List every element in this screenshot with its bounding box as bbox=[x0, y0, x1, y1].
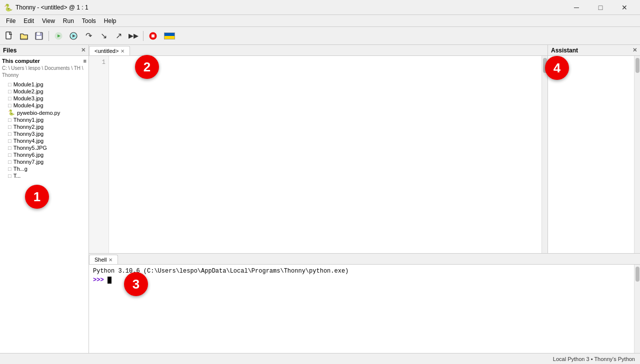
assistant-label: Assistant bbox=[551, 47, 578, 54]
close-button[interactable]: ✕ bbox=[613, 0, 636, 15]
maximize-button[interactable]: □ bbox=[589, 0, 612, 15]
tab-untitled[interactable]: <untitled> ✕ bbox=[89, 46, 130, 55]
svg-rect-0 bbox=[6, 32, 11, 39]
status-text: Local Python 3 • Thonny's Python bbox=[553, 356, 635, 362]
files-location-text: This computer bbox=[2, 58, 40, 64]
step-over-button[interactable]: ↷ bbox=[82, 29, 96, 43]
list-item[interactable]: □ Thonny5.JPG bbox=[0, 144, 88, 151]
menu-help[interactable]: Help bbox=[100, 16, 120, 25]
shell-scrollbar[interactable] bbox=[634, 265, 640, 353]
shell-tab-label: Shell bbox=[94, 257, 106, 263]
list-item[interactable]: □ Module1.jpg bbox=[0, 81, 88, 88]
list-item[interactable]: □ Thonny3.jpg bbox=[0, 130, 88, 137]
python-file-icon: 🐍 bbox=[8, 109, 15, 116]
file-icon: □ bbox=[8, 138, 12, 144]
editor-scrollbar-thumb bbox=[543, 58, 547, 73]
files-panel-close[interactable]: ✕ bbox=[81, 47, 86, 53]
line-numbers: 1 bbox=[89, 56, 109, 253]
status-bar: Local Python 3 • Thonny's Python bbox=[0, 353, 640, 364]
list-item[interactable]: □ Thonny7.jpg bbox=[0, 158, 88, 165]
shell-prompt: >>> bbox=[93, 277, 104, 284]
ukraine-flag-button[interactable] bbox=[164, 32, 175, 39]
files-location-menu[interactable]: ≡ bbox=[84, 58, 86, 64]
editor-scrollbar[interactable] bbox=[542, 56, 548, 253]
list-item[interactable]: □ Thonny6.jpg bbox=[0, 151, 88, 158]
list-item[interactable]: □ Thonny1.jpg bbox=[0, 116, 88, 123]
code-editor[interactable] bbox=[109, 56, 542, 253]
menu-edit[interactable]: Edit bbox=[20, 16, 38, 25]
list-item[interactable]: □ T... bbox=[0, 172, 88, 179]
list-item[interactable]: 🐍 pywebio-demo.py bbox=[0, 109, 88, 116]
assistant-panel-close[interactable]: ✕ bbox=[632, 47, 637, 53]
resume-button[interactable]: ▶▶ bbox=[126, 29, 140, 43]
file-name: Thonny7.jpg bbox=[14, 159, 44, 165]
menu-run[interactable]: Run bbox=[59, 16, 78, 25]
file-icon: □ bbox=[8, 131, 12, 137]
list-item[interactable]: □ Thonny4.jpg bbox=[0, 137, 88, 144]
line-number-1: 1 bbox=[89, 58, 106, 67]
open-file-button[interactable] bbox=[17, 29, 31, 43]
menu-bar: File Edit View Run Tools Help bbox=[0, 15, 640, 27]
file-icon: □ bbox=[8, 152, 12, 158]
file-name: Module4.jpg bbox=[14, 102, 44, 108]
right-side: <untitled> ✕ 1 Assistant bbox=[89, 45, 640, 353]
save-file-button[interactable] bbox=[32, 29, 46, 43]
stop-button[interactable] bbox=[146, 29, 160, 43]
debug-button[interactable] bbox=[66, 29, 80, 43]
file-icon: □ bbox=[8, 95, 12, 101]
file-icon: □ bbox=[8, 166, 12, 172]
tab-close-button[interactable]: ✕ bbox=[120, 48, 124, 54]
shell-python-info: Python 3.10.6 (C:\Users\lespo\AppData\Lo… bbox=[93, 268, 630, 275]
file-name: Th...g bbox=[14, 166, 28, 172]
files-tree[interactable]: This computer ≡ C: \ Users \ lespo \ Doc… bbox=[0, 56, 88, 353]
svg-rect-9 bbox=[152, 34, 154, 37]
file-icon: □ bbox=[8, 88, 12, 94]
toolbar-separator-2 bbox=[143, 31, 144, 41]
minimize-button[interactable]: ─ bbox=[565, 0, 588, 15]
menu-view[interactable]: View bbox=[38, 16, 59, 25]
file-name: Thonny3.jpg bbox=[14, 131, 44, 137]
shell-panel: Shell ✕ Python 3.10.6 (C:\Users\lespo\Ap… bbox=[89, 253, 640, 353]
svg-rect-2 bbox=[37, 32, 40, 35]
shell-tab-close[interactable]: ✕ bbox=[108, 257, 112, 263]
menu-file[interactable]: File bbox=[2, 16, 20, 25]
file-name: Module1.jpg bbox=[14, 81, 44, 87]
main-layout: Files ✕ This computer ≡ C: \ Users \ les… bbox=[0, 45, 640, 353]
run-button[interactable] bbox=[52, 29, 66, 43]
assistant-scrollbar[interactable] bbox=[634, 56, 640, 253]
assistant-panel-header: Assistant ✕ bbox=[548, 45, 640, 56]
file-name: Thonny4.jpg bbox=[14, 138, 44, 144]
list-item[interactable]: □ Thonny2.jpg bbox=[0, 123, 88, 130]
list-item[interactable]: □ Module4.jpg bbox=[0, 102, 88, 109]
editor-area: <untitled> ✕ 1 bbox=[89, 45, 548, 253]
assistant-scrollbar-thumb bbox=[636, 58, 640, 73]
assistant-panel: Assistant ✕ bbox=[548, 45, 640, 253]
app-icon: 🐍 bbox=[4, 3, 12, 11]
list-item[interactable]: □ Module3.jpg bbox=[0, 95, 88, 102]
step-into-button[interactable]: ↘ bbox=[96, 29, 110, 43]
shell-scrollbar-thumb bbox=[636, 267, 640, 282]
files-panel: Files ✕ This computer ≡ C: \ Users \ les… bbox=[0, 45, 89, 353]
list-item[interactable]: □ Th...g bbox=[0, 165, 88, 172]
file-icon: □ bbox=[8, 81, 12, 87]
title-bar-text: Thonny - <untitled> @ 1 : 1 bbox=[16, 4, 565, 11]
files-panel-header: Files ✕ bbox=[0, 45, 88, 56]
menu-tools[interactable]: Tools bbox=[78, 16, 100, 25]
file-icon: □ bbox=[8, 117, 12, 123]
toolbar: ↷ ↘ ↗ ▶▶ bbox=[0, 27, 640, 45]
tab-shell[interactable]: Shell ✕ bbox=[89, 255, 118, 264]
step-out-button[interactable]: ↗ bbox=[112, 29, 126, 43]
shell-prompt-line: >>> bbox=[93, 277, 630, 284]
editor-tab-bar: <untitled> ✕ bbox=[89, 45, 548, 56]
tab-label: <untitled> bbox=[94, 48, 118, 54]
list-item[interactable]: □ Module2.jpg bbox=[0, 88, 88, 95]
file-icon: □ bbox=[8, 173, 12, 179]
files-path: C: \ Users \ lespo \ Documents \ TH \ Th… bbox=[0, 65, 88, 81]
shell-content[interactable]: Python 3.10.6 (C:\Users\lespo\AppData\Lo… bbox=[89, 265, 634, 353]
file-name: pywebio-demo.py bbox=[17, 110, 60, 116]
file-name: Module3.jpg bbox=[14, 95, 44, 101]
files-label: Files bbox=[3, 47, 16, 54]
file-name: Thonny5.JPG bbox=[14, 145, 47, 151]
new-file-button[interactable] bbox=[2, 29, 16, 43]
file-icon: □ bbox=[8, 124, 12, 130]
